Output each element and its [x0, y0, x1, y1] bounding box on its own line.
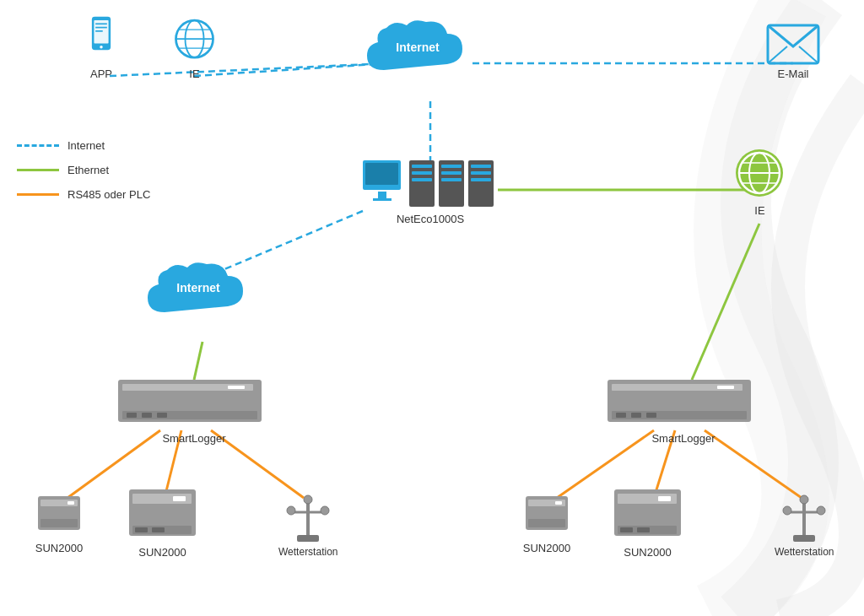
- svg-rect-39: [441, 178, 462, 181]
- svg-line-6: [692, 224, 759, 380]
- sun2000-1b-wrapper: SUN2000: [127, 485, 198, 557]
- svg-rect-88: [620, 527, 633, 532]
- svg-point-16: [100, 46, 102, 48]
- svg-rect-83: [528, 519, 565, 527]
- svg-point-76: [287, 506, 295, 515]
- ie-right-icon: [732, 148, 787, 203]
- wetterstation2-icon: [775, 483, 834, 546]
- neteco-icon-wrapper: NetEco1000S: [363, 156, 498, 224]
- legend-line-rs485: [17, 193, 59, 196]
- legend-label-ethernet: Ethernet: [68, 164, 109, 176]
- wetterstation1-icon: [278, 483, 338, 546]
- ie-top-icon: [171, 15, 218, 66]
- svg-rect-67: [40, 519, 78, 527]
- svg-rect-43: [471, 178, 491, 181]
- svg-rect-38: [441, 171, 462, 175]
- svg-line-7: [194, 342, 202, 380]
- svg-rect-52: [228, 386, 245, 389]
- internet-cloud2-wrapper: Internet: [143, 257, 253, 325]
- sun2000-1a-icon: [34, 489, 84, 540]
- app-label: APP: [90, 68, 112, 80]
- sun2000-2b-icon: [612, 485, 683, 544]
- internet-cloud2-label: Internet: [176, 281, 219, 294]
- svg-rect-63: [646, 413, 656, 418]
- sun2000-1b-label: SUN2000: [138, 546, 186, 559]
- sun2000-2a-wrapper: SUN2000: [521, 489, 572, 553]
- svg-rect-82: [555, 501, 562, 505]
- ie-right-label: IE: [754, 204, 764, 217]
- svg-rect-56: [157, 413, 167, 418]
- wetterstation2-label: Wetterstation: [775, 546, 834, 558]
- email-label: E-Mail: [778, 68, 809, 80]
- svg-rect-31: [373, 198, 392, 201]
- wetterstation1-wrapper: Wetterstation: [278, 483, 338, 558]
- legend-line-ethernet: [17, 169, 59, 171]
- smartlogger2-icon: [608, 376, 759, 430]
- legend-label-internet: Internet: [68, 139, 105, 152]
- svg-rect-95: [793, 535, 815, 542]
- ie-right-icon-wrapper: IE: [732, 148, 787, 215]
- svg-rect-54: [127, 413, 137, 418]
- sun2000-2b-label: SUN2000: [624, 546, 671, 559]
- sun2000-2a-icon: [521, 489, 572, 540]
- sun2000-1b-icon: [127, 485, 198, 544]
- svg-line-27: [799, 46, 818, 63]
- email-icon-wrapper: E-Mail: [764, 17, 823, 80]
- smartlogger2-wrapper: SmartLogger: [608, 376, 759, 443]
- svg-rect-72: [135, 527, 148, 532]
- app-icon-wrapper: APP: [80, 15, 122, 78]
- legend: Internet Ethernet RS485 oder PLC: [17, 139, 150, 213]
- svg-rect-35: [412, 178, 432, 181]
- legend-line-internet: [17, 144, 59, 147]
- smartlogger1-icon: [118, 376, 270, 430]
- svg-rect-30: [378, 192, 386, 198]
- svg-point-94: [800, 495, 808, 504]
- wetterstation2-wrapper: Wetterstation: [775, 483, 834, 558]
- svg-rect-41: [471, 165, 491, 168]
- svg-line-26: [768, 46, 787, 63]
- sun2000-2a-label: SUN2000: [523, 542, 570, 554]
- svg-rect-59: [717, 386, 734, 389]
- ie-top-icon-wrapper: IE: [171, 15, 218, 78]
- svg-rect-61: [616, 413, 626, 418]
- neteco-icon: [363, 156, 498, 211]
- svg-point-78: [304, 495, 312, 504]
- svg-line-1: [194, 63, 388, 76]
- neteco-label: NetEco1000S: [397, 213, 464, 225]
- sun2000-1a-wrapper: SUN2000: [34, 489, 84, 553]
- legend-label-rs485: RS485 oder PLC: [68, 188, 150, 201]
- svg-rect-86: [658, 496, 671, 501]
- svg-rect-29: [365, 163, 398, 185]
- diagram-container: Internet Ethernet RS485 oder PLC APP: [0, 0, 864, 616]
- smartlogger1-label: SmartLogger: [162, 432, 225, 445]
- internet-cloud-label: Internet: [396, 41, 439, 54]
- svg-rect-37: [441, 165, 462, 168]
- svg-rect-62: [631, 413, 641, 418]
- smartlogger2-label: SmartLogger: [651, 432, 715, 445]
- svg-point-92: [783, 506, 791, 515]
- svg-rect-73: [152, 527, 165, 532]
- smartlogger1-wrapper: SmartLogger: [118, 376, 270, 443]
- svg-rect-79: [297, 535, 319, 542]
- svg-rect-89: [637, 527, 650, 532]
- legend-item-internet: Internet: [17, 139, 150, 152]
- svg-rect-70: [173, 496, 186, 501]
- svg-line-0: [110, 63, 388, 76]
- legend-item-rs485: RS485 oder PLC: [17, 188, 150, 201]
- legend-item-ethernet: Ethernet: [17, 164, 150, 176]
- svg-rect-34: [412, 171, 432, 175]
- svg-rect-55: [142, 413, 152, 418]
- svg-point-93: [817, 506, 825, 515]
- svg-rect-66: [68, 501, 74, 505]
- sun2000-2b-wrapper: SUN2000: [612, 485, 683, 557]
- app-icon: [80, 15, 122, 66]
- svg-rect-33: [412, 165, 432, 168]
- sun2000-1a-label: SUN2000: [35, 542, 83, 554]
- svg-point-77: [321, 506, 329, 515]
- wetterstation1-label: Wetterstation: [278, 546, 338, 558]
- svg-rect-42: [471, 171, 491, 175]
- ie-top-label: IE: [189, 68, 199, 80]
- email-icon: [764, 17, 823, 68]
- internet-cloud-wrapper: Internet: [363, 15, 472, 83]
